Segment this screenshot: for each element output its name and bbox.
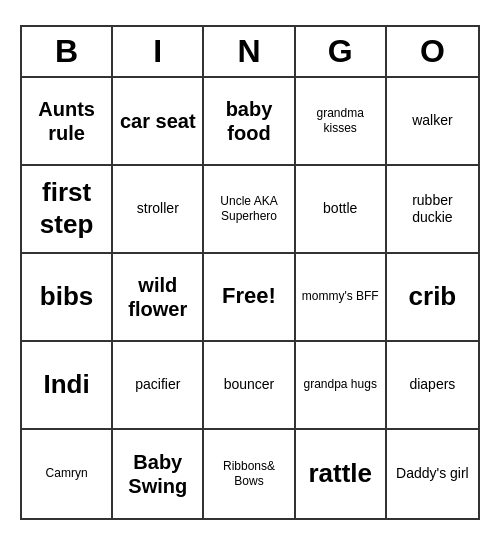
- cell-text: grandpa hugs: [303, 377, 376, 391]
- bingo-cell: mommy's BFF: [296, 254, 387, 342]
- cell-text: wild flower: [117, 273, 198, 321]
- cell-text: Indi: [43, 369, 89, 400]
- cell-text: Uncle AKA Superhero: [208, 194, 289, 223]
- cell-text: stroller: [137, 200, 179, 217]
- cell-text: rubber duckie: [391, 192, 474, 226]
- bingo-header: BINGO: [22, 27, 478, 78]
- cell-text: first step: [26, 177, 107, 239]
- bingo-cell: Indi: [22, 342, 113, 430]
- bingo-grid: Aunts rulecar seatbaby foodgrandma kisse…: [22, 78, 478, 518]
- header-letter: B: [22, 27, 113, 76]
- cell-text: pacifier: [135, 376, 180, 393]
- bingo-cell: Free!: [204, 254, 295, 342]
- cell-text: Ribbons& Bows: [208, 459, 289, 488]
- cell-text: diapers: [409, 376, 455, 393]
- cell-text: baby food: [208, 97, 289, 145]
- cell-text: Daddy's girl: [396, 465, 469, 482]
- cell-text: bibs: [40, 281, 93, 312]
- cell-text: Free!: [222, 283, 276, 309]
- bingo-cell: rubber duckie: [387, 166, 478, 254]
- cell-text: grandma kisses: [300, 106, 381, 135]
- bingo-cell: grandpa hugs: [296, 342, 387, 430]
- bingo-cell: car seat: [113, 78, 204, 166]
- bingo-cell: Daddy's girl: [387, 430, 478, 518]
- cell-text: Baby Swing: [117, 450, 198, 498]
- bingo-cell: wild flower: [113, 254, 204, 342]
- bingo-card: BINGO Aunts rulecar seatbaby foodgrandma…: [20, 25, 480, 520]
- cell-text: walker: [412, 112, 452, 129]
- bingo-cell: Uncle AKA Superhero: [204, 166, 295, 254]
- bingo-cell: bouncer: [204, 342, 295, 430]
- bingo-cell: Baby Swing: [113, 430, 204, 518]
- cell-text: Camryn: [46, 466, 88, 480]
- cell-text: Aunts rule: [26, 97, 107, 145]
- bingo-cell: Camryn: [22, 430, 113, 518]
- bingo-cell: baby food: [204, 78, 295, 166]
- bingo-cell: Aunts rule: [22, 78, 113, 166]
- cell-text: rattle: [308, 458, 372, 489]
- cell-text: bottle: [323, 200, 357, 217]
- bingo-cell: rattle: [296, 430, 387, 518]
- bingo-cell: bottle: [296, 166, 387, 254]
- bingo-cell: bibs: [22, 254, 113, 342]
- bingo-cell: walker: [387, 78, 478, 166]
- bingo-cell: stroller: [113, 166, 204, 254]
- bingo-cell: grandma kisses: [296, 78, 387, 166]
- header-letter: N: [204, 27, 295, 76]
- cell-text: crib: [409, 281, 457, 312]
- cell-text: car seat: [120, 109, 196, 133]
- bingo-cell: first step: [22, 166, 113, 254]
- cell-text: bouncer: [224, 376, 275, 393]
- header-letter: G: [296, 27, 387, 76]
- bingo-cell: crib: [387, 254, 478, 342]
- bingo-cell: diapers: [387, 342, 478, 430]
- header-letter: O: [387, 27, 478, 76]
- header-letter: I: [113, 27, 204, 76]
- bingo-cell: pacifier: [113, 342, 204, 430]
- cell-text: mommy's BFF: [302, 289, 379, 303]
- bingo-cell: Ribbons& Bows: [204, 430, 295, 518]
